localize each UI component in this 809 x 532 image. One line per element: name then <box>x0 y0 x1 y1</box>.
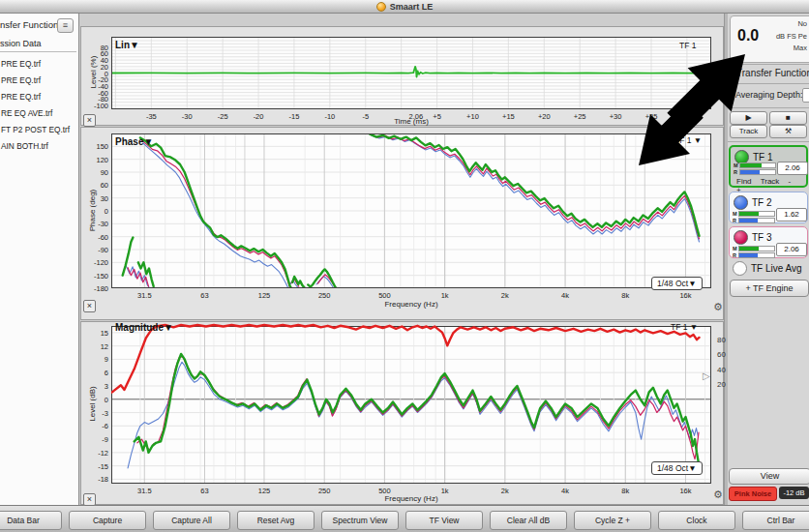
toolbar-button-capture[interactable]: Capture <box>69 511 146 530</box>
phase-gear-icon[interactable]: ⚙ <box>713 302 723 312</box>
tf3-m-label: M <box>733 246 737 251</box>
tf1-minus-button[interactable]: - <box>789 177 792 186</box>
meter-source-label: No <box>755 18 807 31</box>
tf2-card[interactable]: TF 2 M R 1.62 <box>729 192 808 223</box>
title-bar: Smaart LE <box>0 0 809 14</box>
phase-ylabel: Phase (deg) <box>88 176 97 246</box>
session-file-item[interactable]: PRE EQ.trf <box>0 88 77 104</box>
session-file-item[interactable]: PRE EQ.trf <box>0 55 77 72</box>
tf1-name: TF 1 <box>753 152 773 163</box>
transfer-function-title: Transfer Function <box>728 68 809 78</box>
tf1-m-label: M <box>734 163 738 168</box>
magnitude-smoothing-dropdown[interactable]: 1/48 Oct▼ <box>651 461 703 475</box>
magnitude-trace-dropdown[interactable]: TF 1 ▼ <box>671 322 698 332</box>
pink-noise-button[interactable]: Pink Noise <box>729 487 777 501</box>
sidebar-title: nsfer Function <box>0 19 58 30</box>
phase-close-icon[interactable]: × <box>83 300 96 312</box>
session-file-item[interactable]: AIN BOTH.trf <box>0 137 77 154</box>
session-file-item[interactable]: RE EQ AVE.trf <box>0 104 77 121</box>
tf2-r-meter <box>738 218 775 223</box>
session-file-item[interactable]: PRE EQ.trf <box>0 72 77 88</box>
tf1-m-meter <box>739 163 776 168</box>
impulse-trace-label: TF 1 <box>679 41 696 50</box>
tf2-delay-value[interactable]: 1.62 <box>776 208 807 222</box>
magnitude-mode-dropdown[interactable]: Magnitude▼ <box>115 322 173 333</box>
tf1-delay-value[interactable]: 2.06 <box>777 162 808 175</box>
tf1-track-button[interactable]: Track <box>761 177 780 186</box>
tf3-m-meter <box>738 246 775 251</box>
window-title: Smaart LE <box>390 2 434 12</box>
tf2-m-label: M <box>733 211 737 217</box>
stop-button[interactable]: ■ <box>769 111 807 125</box>
averaging-depth-label: Averaging Depth: <box>735 90 802 100</box>
impulse-xlabel: Time (ms) <box>353 117 469 126</box>
session-data-node[interactable]: ssion Data <box>0 39 42 48</box>
session-file-list: PRE EQ.trfPRE EQ.trfPRE EQ.trfRE EQ AVE.… <box>0 55 77 154</box>
rp-divider <box>728 141 809 142</box>
toolbar-button-clear-all-db[interactable]: Clear All dB <box>490 511 567 530</box>
rp-divider <box>728 83 809 84</box>
impulse-plot[interactable] <box>111 37 711 109</box>
tf3-card[interactable]: TF 3 M R 2.06 <box>729 226 808 258</box>
tf2-color-indicator[interactable] <box>734 195 748 210</box>
session-file-item[interactable]: FT P2 POST EQ.trf <box>0 121 77 137</box>
play-button[interactable]: ▶ <box>730 111 767 125</box>
impulse-close-icon[interactable]: × <box>83 114 96 127</box>
track-button[interactable]: Track <box>730 125 767 138</box>
sidebar-divider <box>0 51 76 52</box>
tf3-r-meter <box>738 252 775 258</box>
tf2-m-meter <box>738 211 775 217</box>
toolbar-button-capture-all[interactable]: Capture All <box>153 511 230 530</box>
smaart-le-window: Smaart LE nsfer Function ≡ ssion Data PR… <box>0 0 809 532</box>
toolbar-button-tf-view[interactable]: TF View <box>405 511 483 530</box>
toolbar-button-ctrl-bar[interactable]: Ctrl Bar <box>742 511 809 530</box>
meter-labels: No dB FS Pe Max <box>755 18 807 55</box>
toolbar-button-cycle-z-[interactable]: Cycle Z + <box>574 511 651 530</box>
rp-divider <box>728 64 809 65</box>
toolbar-button-reset-avg[interactable]: Reset Avg <box>237 511 315 530</box>
magnitude-plot[interactable] <box>111 319 711 486</box>
phase-mode-dropdown[interactable]: Phase▼ <box>115 136 153 147</box>
tf2-name: TF 2 <box>752 197 772 208</box>
phase-plot[interactable] <box>111 133 711 288</box>
view-button[interactable]: View <box>729 468 809 485</box>
tf-live-avg-label: TF Live Avg <box>751 263 802 274</box>
control-panel <box>728 14 809 505</box>
add-tf-engine-button[interactable]: + TF Engine <box>730 280 809 297</box>
phase-smoothing-dropdown[interactable]: 1/48 Oct▼ <box>651 277 703 290</box>
wrench-icon[interactable]: ⚒ <box>769 125 807 138</box>
app-icon <box>376 2 386 12</box>
impulse-mode-dropdown[interactable]: Lin▼ <box>115 40 139 50</box>
phase-trace-dropdown[interactable]: TF 1 ▼ <box>674 135 702 145</box>
tf1-r-meter <box>739 169 776 175</box>
tf3-name: TF 3 <box>752 232 772 243</box>
tf3-color-indicator[interactable] <box>734 230 748 245</box>
data-bar-sidebar: nsfer Function ≡ ssion Data PRE EQ.trfPR… <box>0 14 79 505</box>
impulse-ylabel: Level (%) <box>89 38 98 107</box>
tf-live-avg-radio[interactable] <box>733 261 747 276</box>
magnitude-gear-icon[interactable]: ⚙ <box>713 489 723 500</box>
toolbar-button-clock[interactable]: Clock <box>658 511 735 530</box>
tf3-r-label: R <box>733 252 736 258</box>
meter-unit-label: dB FS Pe <box>755 31 807 44</box>
meter-max-label: Max <box>755 43 807 55</box>
tf1-find-button[interactable]: Find <box>736 177 752 186</box>
tf1-r-label: R <box>734 169 737 175</box>
magnitude-xlabel: Frequency (Hz) <box>353 494 469 503</box>
phase-xlabel: Frequency (Hz) <box>353 300 469 309</box>
tf2-r-label: R <box>733 218 736 223</box>
toolbar-buttons: Data BarCaptureCapture AllReset AvgSpect… <box>0 511 809 530</box>
toolbar-button-spectrum-view[interactable]: Spectrum View <box>321 511 399 530</box>
tf3-delay-value[interactable]: 2.06 <box>776 243 807 256</box>
sidebar-menu-icon[interactable]: ≡ <box>57 18 74 33</box>
averaging-depth-select[interactable] <box>802 88 809 103</box>
magnitude-close-icon[interactable]: × <box>83 493 96 506</box>
coherence-threshold-marker[interactable]: ▷ <box>703 371 710 381</box>
magnitude-ylabel: Level (dB) <box>88 369 97 439</box>
tf1-card[interactable]: TF 1 M R 2.06 Find Track - + <box>729 145 808 188</box>
rp-divider <box>728 107 809 108</box>
bottom-toolbar: Data BarCaptureCapture AllReset AvgSpect… <box>0 505 809 532</box>
noise-level-value[interactable]: -12 dB <box>779 487 809 499</box>
toolbar-button-data-bar[interactable]: Data Bar <box>0 511 62 530</box>
